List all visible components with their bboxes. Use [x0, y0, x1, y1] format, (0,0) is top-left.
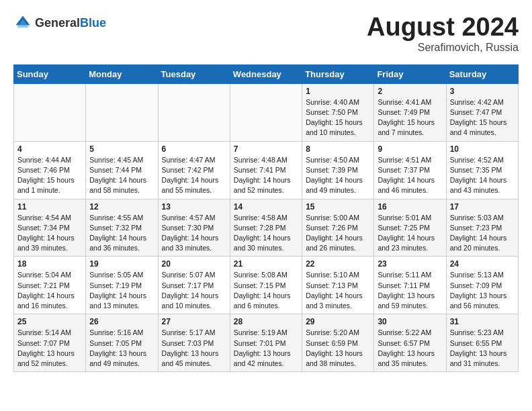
day-content: Sunrise: 4:44 AMSunset: 7:46 PMDaylight:… [17, 155, 82, 196]
calendar-cell: 10Sunrise: 4:52 AMSunset: 7:35 PMDayligh… [446, 141, 518, 199]
day-content: Sunrise: 4:58 AMSunset: 7:28 PMDaylight:… [234, 213, 298, 254]
logo: GeneralBlue [13, 13, 106, 32]
day-content: Sunrise: 5:23 AMSunset: 6:55 PMDaylight:… [450, 328, 515, 369]
calendar-cell: 26Sunrise: 5:16 AMSunset: 7:05 PMDayligh… [86, 314, 158, 372]
day-content: Sunrise: 4:52 AMSunset: 7:35 PMDaylight:… [450, 155, 515, 196]
calendar-cell: 20Sunrise: 5:07 AMSunset: 7:17 PMDayligh… [158, 257, 230, 314]
day-number: 3 [450, 87, 515, 96]
day-number: 29 [306, 317, 370, 326]
logo-icon [13, 13, 32, 32]
day-number: 2 [378, 87, 442, 96]
weekday-header-tuesday: Tuesday [158, 64, 230, 83]
week-row-5: 25Sunrise: 5:14 AMSunset: 7:07 PMDayligh… [14, 314, 519, 372]
calendar-cell: 8Sunrise: 4:50 AMSunset: 7:39 PMDaylight… [302, 141, 374, 199]
calendar-cell [230, 83, 302, 141]
calendar-cell: 1Sunrise: 4:40 AMSunset: 7:50 PMDaylight… [302, 83, 374, 141]
calendar-cell: 24Sunrise: 5:13 AMSunset: 7:09 PMDayligh… [446, 257, 518, 314]
day-number: 18 [17, 259, 82, 269]
day-number: 27 [162, 317, 226, 326]
day-content: Sunrise: 4:54 AMSunset: 7:34 PMDaylight:… [17, 213, 82, 254]
calendar-cell: 18Sunrise: 5:04 AMSunset: 7:21 PMDayligh… [14, 257, 86, 314]
day-content: Sunrise: 4:48 AMSunset: 7:41 PMDaylight:… [234, 155, 298, 196]
day-content: Sunrise: 5:22 AMSunset: 6:57 PMDaylight:… [378, 328, 442, 369]
calendar-cell [86, 83, 158, 141]
day-number: 19 [89, 259, 154, 269]
day-content: Sunrise: 4:40 AMSunset: 7:50 PMDaylight:… [306, 97, 370, 138]
week-row-2: 4Sunrise: 4:44 AMSunset: 7:46 PMDaylight… [14, 141, 519, 199]
day-number: 16 [378, 202, 442, 212]
week-row-4: 18Sunrise: 5:04 AMSunset: 7:21 PMDayligh… [14, 257, 519, 314]
day-number: 31 [450, 317, 515, 326]
day-content: Sunrise: 5:19 AMSunset: 7:01 PMDaylight:… [234, 328, 298, 369]
calendar-cell: 3Sunrise: 4:42 AMSunset: 7:47 PMDaylight… [446, 83, 518, 141]
day-content: Sunrise: 5:11 AMSunset: 7:11 PMDaylight:… [378, 270, 442, 311]
day-number: 4 [17, 144, 82, 154]
day-number: 30 [378, 317, 442, 326]
day-content: Sunrise: 5:16 AMSunset: 7:05 PMDaylight:… [89, 328, 154, 369]
day-content: Sunrise: 5:05 AMSunset: 7:19 PMDaylight:… [89, 270, 154, 311]
day-number: 22 [306, 259, 370, 269]
day-number: 15 [306, 202, 370, 212]
calendar-cell: 19Sunrise: 5:05 AMSunset: 7:19 PMDayligh… [86, 257, 158, 314]
calendar-cell: 13Sunrise: 4:57 AMSunset: 7:30 PMDayligh… [158, 199, 230, 257]
day-content: Sunrise: 4:55 AMSunset: 7:32 PMDaylight:… [89, 213, 154, 254]
calendar-cell: 23Sunrise: 5:11 AMSunset: 7:11 PMDayligh… [374, 257, 446, 314]
day-number: 21 [234, 259, 298, 269]
day-content: Sunrise: 5:14 AMSunset: 7:07 PMDaylight:… [17, 328, 82, 369]
calendar-cell: 27Sunrise: 5:17 AMSunset: 7:03 PMDayligh… [158, 314, 230, 372]
day-number: 9 [378, 144, 442, 154]
day-number: 17 [450, 202, 515, 212]
calendar-cell: 22Sunrise: 5:10 AMSunset: 7:13 PMDayligh… [302, 257, 374, 314]
day-number: 11 [17, 202, 82, 212]
logo-text-blue: Blue [80, 16, 106, 30]
day-content: Sunrise: 5:07 AMSunset: 7:17 PMDaylight:… [162, 270, 226, 311]
day-number: 1 [306, 87, 370, 96]
day-content: Sunrise: 5:08 AMSunset: 7:15 PMDaylight:… [234, 270, 298, 311]
weekday-header-saturday: Saturday [446, 64, 518, 83]
week-row-3: 11Sunrise: 4:54 AMSunset: 7:34 PMDayligh… [14, 199, 519, 257]
page-header: GeneralBlue August 2024 Serafimovich, Ru… [13, 13, 519, 54]
calendar-cell: 5Sunrise: 4:45 AMSunset: 7:44 PMDaylight… [86, 141, 158, 199]
weekday-header-thursday: Thursday [302, 64, 374, 83]
location: Serafimovich, Russia [367, 42, 519, 54]
day-content: Sunrise: 5:10 AMSunset: 7:13 PMDaylight:… [306, 270, 370, 311]
logo-text-general: General [35, 16, 80, 30]
calendar-cell: 2Sunrise: 4:41 AMSunset: 7:49 PMDaylight… [374, 83, 446, 141]
weekday-header-sunday: Sunday [14, 64, 86, 83]
calendar-cell: 6Sunrise: 4:47 AMSunset: 7:42 PMDaylight… [158, 141, 230, 199]
day-content: Sunrise: 4:42 AMSunset: 7:47 PMDaylight:… [450, 97, 515, 138]
day-content: Sunrise: 5:13 AMSunset: 7:09 PMDaylight:… [450, 270, 515, 311]
day-content: Sunrise: 5:17 AMSunset: 7:03 PMDaylight:… [162, 328, 226, 369]
day-content: Sunrise: 5:01 AMSunset: 7:25 PMDaylight:… [378, 213, 442, 254]
day-number: 28 [234, 317, 298, 326]
day-content: Sunrise: 4:45 AMSunset: 7:44 PMDaylight:… [89, 155, 154, 196]
day-number: 25 [17, 317, 82, 326]
day-number: 20 [162, 259, 226, 269]
day-number: 12 [89, 202, 154, 212]
weekday-header-wednesday: Wednesday [230, 64, 302, 83]
calendar-cell: 16Sunrise: 5:01 AMSunset: 7:25 PMDayligh… [374, 199, 446, 257]
day-content: Sunrise: 4:50 AMSunset: 7:39 PMDaylight:… [306, 155, 370, 196]
weekday-header-row: SundayMondayTuesdayWednesdayThursdayFrid… [14, 64, 519, 83]
calendar-table: SundayMondayTuesdayWednesdayThursdayFrid… [13, 64, 519, 372]
calendar-cell: 25Sunrise: 5:14 AMSunset: 7:07 PMDayligh… [14, 314, 86, 372]
day-number: 6 [162, 144, 226, 154]
day-number: 14 [234, 202, 298, 212]
calendar-cell: 17Sunrise: 5:03 AMSunset: 7:23 PMDayligh… [446, 199, 518, 257]
month-year: August 2024 [367, 13, 519, 42]
calendar-cell: 15Sunrise: 5:00 AMSunset: 7:26 PMDayligh… [302, 199, 374, 257]
day-number: 13 [162, 202, 226, 212]
calendar-cell: 14Sunrise: 4:58 AMSunset: 7:28 PMDayligh… [230, 199, 302, 257]
day-content: Sunrise: 4:47 AMSunset: 7:42 PMDaylight:… [162, 155, 226, 196]
weekday-header-friday: Friday [374, 64, 446, 83]
calendar-cell: 30Sunrise: 5:22 AMSunset: 6:57 PMDayligh… [374, 314, 446, 372]
calendar-cell: 7Sunrise: 4:48 AMSunset: 7:41 PMDaylight… [230, 141, 302, 199]
calendar-cell [158, 83, 230, 141]
day-content: Sunrise: 5:20 AMSunset: 6:59 PMDaylight:… [306, 328, 370, 369]
calendar-cell [14, 83, 86, 141]
day-content: Sunrise: 5:03 AMSunset: 7:23 PMDaylight:… [450, 213, 515, 254]
calendar-cell: 31Sunrise: 5:23 AMSunset: 6:55 PMDayligh… [446, 314, 518, 372]
weekday-header-monday: Monday [86, 64, 158, 83]
calendar-cell: 4Sunrise: 4:44 AMSunset: 7:46 PMDaylight… [14, 141, 86, 199]
day-number: 10 [450, 144, 515, 154]
